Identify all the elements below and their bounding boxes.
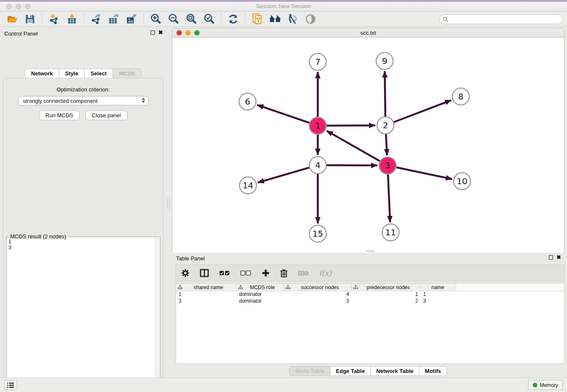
open-session-icon[interactable] xyxy=(5,13,19,25)
close-panel-icon[interactable]: ✖ xyxy=(158,30,163,35)
select-all-columns-icon[interactable] xyxy=(219,270,230,276)
tab-mcds[interactable]: MCDS xyxy=(113,69,141,78)
table-cell[interactable]: dominator xyxy=(237,298,284,305)
node-9[interactable]: 9 xyxy=(376,52,393,69)
svg-text:3: 3 xyxy=(385,160,391,171)
table-panel: Table Panel ✖ f(x) shared nameMCDS rol xyxy=(172,253,564,377)
edge-3-1[interactable] xyxy=(327,131,380,161)
tab-motifs[interactable]: Motifs xyxy=(419,366,447,376)
node-10[interactable]: 10 xyxy=(454,173,471,190)
mcds-result-group: MCDS result (2 nodes) 1 3 xyxy=(6,237,160,392)
float-panel-icon[interactable] xyxy=(151,30,155,35)
close-panel-button[interactable]: Close panel xyxy=(85,110,127,120)
table-options-icon[interactable] xyxy=(181,269,190,277)
tab-node-table[interactable]: Node Table xyxy=(289,366,330,376)
node-4[interactable]: 4 xyxy=(309,157,326,174)
column-header-predecessor-nodes[interactable]: predecessor nodes xyxy=(352,284,421,291)
column-header-name[interactable]: name xyxy=(421,284,456,291)
node-3[interactable]: 3 xyxy=(379,157,396,174)
node-table[interactable]: shared nameMCDS rolesuccessor nodesprede… xyxy=(176,283,564,364)
svg-text:1: 1 xyxy=(315,121,321,131)
tab-network-table[interactable]: Network Table xyxy=(371,366,419,376)
network-window-titlebar[interactable]: ✕ − + scc.txt xyxy=(172,28,564,38)
search-input[interactable] xyxy=(449,17,562,22)
zoom-fit-icon[interactable] xyxy=(184,13,198,25)
create-column-icon[interactable] xyxy=(261,269,270,277)
task-history-button[interactable] xyxy=(4,380,17,390)
memory-button[interactable]: Memory xyxy=(528,380,563,390)
memory-label: Memory xyxy=(540,382,558,388)
table-panel-title: Table Panel xyxy=(176,255,205,262)
horizontal-splitter[interactable] xyxy=(172,250,564,253)
edge-1-6[interactable] xyxy=(257,105,309,123)
tab-select[interactable]: Select xyxy=(85,69,113,78)
tab-edge-table[interactable]: Edge Table xyxy=(330,366,371,376)
show-details-icon[interactable] xyxy=(303,13,318,25)
edge-2-8[interactable] xyxy=(394,100,451,122)
show-columns-icon[interactable] xyxy=(200,269,209,277)
tab-network[interactable]: Network xyxy=(25,69,59,78)
column-header-shared-name[interactable]: shared name xyxy=(176,284,237,291)
tab-style[interactable]: Style xyxy=(59,69,85,78)
save-session-icon[interactable] xyxy=(23,13,37,25)
splitter-grip[interactable] xyxy=(168,198,170,209)
node-8[interactable]: 8 xyxy=(452,88,469,105)
table-row[interactable]: 3dominator323 xyxy=(176,298,564,305)
edge-4-14[interactable] xyxy=(258,168,309,182)
node-1[interactable]: 1 xyxy=(309,117,326,134)
run-mcds-button[interactable]: Run MCDS xyxy=(39,110,80,120)
home-networks-icon[interactable] xyxy=(268,13,282,25)
zoom-selected-icon[interactable] xyxy=(202,13,216,25)
network-canvas[interactable]: 7968124314101511 xyxy=(172,38,564,253)
table-cell[interactable]: 1 xyxy=(176,291,237,298)
network-graph[interactable]: 7968124314101511 xyxy=(172,38,564,253)
table-cell[interactable]: 4 xyxy=(284,291,352,298)
mcds-result-text[interactable]: 1 3 xyxy=(8,239,154,392)
splitter-grip[interactable] xyxy=(366,251,375,252)
node-11[interactable]: 11 xyxy=(382,224,399,241)
zoom-out-icon[interactable] xyxy=(166,13,181,25)
toolbar-search[interactable] xyxy=(439,14,563,24)
edge-3-10[interactable] xyxy=(396,167,452,179)
close-table-panel-icon[interactable]: ✖ xyxy=(556,255,561,259)
copy-network-icon[interactable] xyxy=(250,13,264,25)
table-cell[interactable]: 3 xyxy=(421,298,456,305)
export-table-icon[interactable] xyxy=(107,13,121,25)
column-header-successor-nodes[interactable]: successor nodes xyxy=(284,284,352,291)
table-cell[interactable]: 3 xyxy=(176,298,237,305)
network-window: ✕ − + scc.txt 7968124314101511 xyxy=(172,28,564,253)
export-network-icon[interactable] xyxy=(89,13,103,25)
criterion-dropdown[interactable]: strongly connected component xyxy=(18,96,149,105)
edge-2-9[interactable] xyxy=(385,71,385,116)
table-row[interactable]: 1dominator411 xyxy=(176,291,564,298)
apply-layout-icon[interactable] xyxy=(226,13,240,25)
table-cell[interactable]: dominator xyxy=(237,291,284,298)
delete-column-icon[interactable] xyxy=(280,269,288,277)
node-6[interactable]: 6 xyxy=(239,93,256,110)
function-builder-icon[interactable]: f(x) xyxy=(319,269,331,277)
result-scrollbar[interactable] xyxy=(155,237,160,392)
edge-2-3[interactable] xyxy=(386,134,387,155)
edge-4-3[interactable] xyxy=(327,165,377,166)
float-table-panel-icon[interactable] xyxy=(549,255,553,259)
table-cell[interactable]: 1 xyxy=(421,291,456,298)
import-network-icon[interactable] xyxy=(47,13,61,25)
import-table-icon[interactable] xyxy=(65,13,79,25)
node-7[interactable]: 7 xyxy=(309,53,326,70)
edge-3-11[interactable] xyxy=(388,174,390,222)
table-cell[interactable]: 2 xyxy=(352,298,421,305)
column-header-MCDS-role[interactable]: MCDS role xyxy=(237,284,284,291)
node-15[interactable]: 15 xyxy=(309,225,326,242)
deselect-all-columns-icon[interactable] xyxy=(240,270,251,276)
node-2[interactable]: 2 xyxy=(377,117,394,134)
svg-text:2: 2 xyxy=(383,120,388,130)
export-image-icon[interactable] xyxy=(124,13,139,25)
node-14[interactable]: 14 xyxy=(239,177,256,194)
zoom-in-icon[interactable] xyxy=(149,13,163,25)
delete-table-icon[interactable] xyxy=(298,270,309,276)
edge-1-2[interactable] xyxy=(327,125,375,126)
table-cell[interactable]: 1 xyxy=(352,291,421,298)
hide-details-icon[interactable] xyxy=(286,13,300,25)
table-cell[interactable]: 3 xyxy=(284,298,352,305)
vertical-splitter[interactable] xyxy=(166,28,172,377)
